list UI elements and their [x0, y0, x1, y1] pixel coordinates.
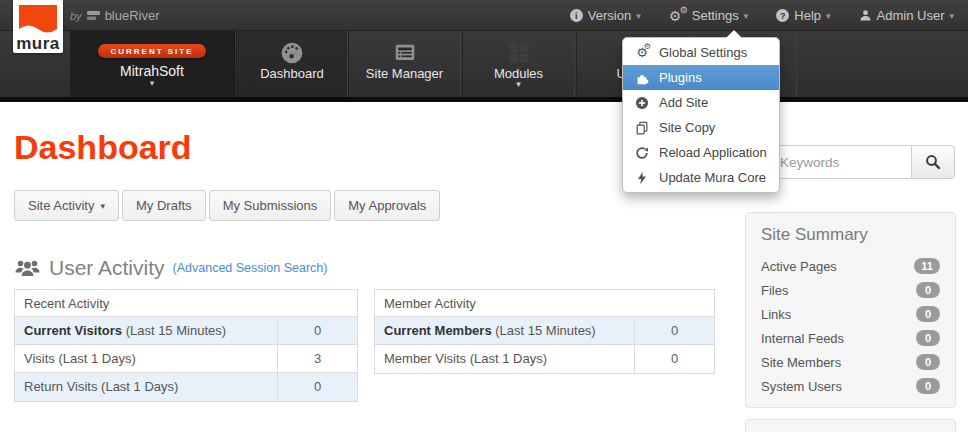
- summary-label: Site Members: [761, 355, 841, 370]
- summary-label: Internal Feeds: [761, 331, 844, 346]
- tab-my-submissions[interactable]: My Submissions: [209, 190, 332, 221]
- chevron-down-icon: ▾: [516, 81, 521, 88]
- nav-tab-dashboard[interactable]: Dashboard: [236, 31, 348, 97]
- mura-logo-mark: [19, 5, 57, 36]
- settings-dropdown-menu: ⚙⚙ Global Settings Plugins Add Site Site…: [622, 37, 780, 193]
- menu-item-reload-application[interactable]: Reload Application: [623, 140, 779, 165]
- chevron-down-icon: ▾: [826, 11, 831, 21]
- row-label: Current Members (Last 15 Minutes): [375, 317, 634, 344]
- byline-brand: blueRiver: [105, 8, 160, 23]
- users-group-icon: [14, 257, 41, 279]
- nav-tab-label: Site Manager: [366, 66, 443, 81]
- summary-label: Files: [761, 283, 788, 298]
- info-icon: i: [570, 9, 583, 22]
- help-menu-label: Help: [794, 8, 821, 23]
- settings-menu[interactable]: ⚙⚙ Settings ▾: [669, 8, 749, 23]
- chevron-down-icon: ▾: [100, 201, 105, 211]
- dashboard-gauge-icon: [280, 40, 304, 66]
- table-row: Current Members (Last 15 Minutes) 0: [375, 317, 714, 345]
- menu-item-update-mura-core[interactable]: Update Mura Core: [623, 165, 779, 190]
- site-summary-panel: Site Summary Active Pages 11 Files 0 Lin…: [745, 212, 956, 408]
- plus-circle-icon: [634, 96, 650, 110]
- nav-tab-site-manager[interactable]: Site Manager: [348, 31, 461, 97]
- question-icon: ?: [776, 9, 789, 22]
- nav-tab-label: Dashboard: [260, 66, 324, 81]
- search-button[interactable]: [911, 145, 955, 179]
- admin-user-menu-label: Admin User: [877, 8, 945, 23]
- user-icon: [859, 9, 872, 22]
- summary-item-site-members[interactable]: Site Members 0: [761, 350, 940, 374]
- chevron-down-icon: ▾: [636, 11, 641, 21]
- count-badge: 0: [916, 378, 940, 394]
- menu-item-label: Plugins: [659, 70, 702, 85]
- tab-site-activity[interactable]: Site Activity ▾: [14, 190, 119, 221]
- tab-my-approvals[interactable]: My Approvals: [334, 190, 440, 221]
- summary-item-system-users[interactable]: System Users 0: [761, 374, 940, 398]
- refresh-icon: [634, 146, 650, 160]
- menu-item-label: Add Site: [659, 95, 708, 110]
- version-menu-label: Version: [588, 8, 631, 23]
- menu-item-label: Global Settings: [659, 45, 747, 60]
- help-menu[interactable]: ? Help ▾: [776, 8, 830, 23]
- dropdown-arrow: [726, 30, 742, 38]
- count-badge: 0: [916, 354, 940, 370]
- page-title: Dashboard: [14, 128, 192, 167]
- mura-logo[interactable]: mura: [13, 0, 63, 53]
- summary-label: Active Pages: [761, 259, 837, 274]
- bolt-icon: [634, 171, 650, 185]
- menu-item-plugins[interactable]: Plugins: [623, 65, 779, 90]
- summary-item-active-pages[interactable]: Active Pages 11: [761, 254, 940, 278]
- menu-item-label: Update Mura Core: [659, 170, 766, 185]
- summary-item-links[interactable]: Links 0: [761, 302, 940, 326]
- menu-item-add-site[interactable]: Add Site: [623, 90, 779, 115]
- tab-label: Site Activity: [28, 198, 94, 213]
- main-nav: CURRENT SITE MitrahSoft ▾ Dashboard Site…: [0, 31, 968, 97]
- row-label: Current Visitors (Last 15 Minutes): [15, 317, 277, 344]
- mura-admin-screen: by blueRiver i Version ▾ ⚙⚙ Settings ▾ ?…: [0, 0, 968, 432]
- nav-tab-modules[interactable]: Modules ▾: [462, 31, 575, 97]
- nav-separator: [796, 31, 797, 97]
- current-site-name: MitrahSoft: [70, 63, 234, 79]
- search-icon: [925, 154, 941, 170]
- section-title: User Activity: [49, 256, 165, 280]
- nav-bottom-strip: [0, 97, 968, 102]
- dashboard-filter-tabs: Site Activity ▾ My Drafts My Submissions…: [14, 190, 440, 221]
- site-summary-title: Site Summary: [761, 225, 940, 245]
- admin-user-menu[interactable]: Admin User ▾: [859, 8, 954, 23]
- puzzle-icon: [634, 71, 650, 85]
- count-badge: 0: [916, 306, 940, 322]
- site-manager-icon: [393, 40, 417, 66]
- advanced-session-search-link[interactable]: (Advanced Session Search): [173, 261, 328, 275]
- count-badge: 0: [916, 282, 940, 298]
- byline-prefix: by: [70, 10, 82, 22]
- user-activity-section-header: User Activity (Advanced Session Search): [14, 256, 327, 280]
- mura-logo-word: mura: [13, 36, 63, 51]
- top-menus: i Version ▾ ⚙⚙ Settings ▾ ? Help ▾ Admin…: [570, 0, 954, 31]
- current-site-selector[interactable]: CURRENT SITE MitrahSoft ▾: [70, 31, 235, 97]
- table-row: Return Visits (Last 1 Days) 0: [15, 373, 357, 401]
- tab-my-drafts[interactable]: My Drafts: [122, 190, 206, 221]
- blueriver-logo-icon: [87, 10, 100, 21]
- row-label: Visits (Last 1 Days): [15, 345, 277, 372]
- table-header: Recent Activity: [15, 290, 357, 317]
- search-input[interactable]: [769, 145, 911, 179]
- tab-label: My Submissions: [223, 198, 318, 213]
- version-menu[interactable]: i Version ▾: [570, 8, 641, 23]
- row-value: 0: [634, 317, 714, 344]
- row-value: 0: [634, 345, 714, 373]
- recent-activity-table: Recent Activity Current Visitors (Last 1…: [14, 289, 358, 402]
- summary-item-internal-feeds[interactable]: Internal Feeds 0: [761, 326, 940, 350]
- menu-item-label: Site Copy: [659, 120, 715, 135]
- summary-item-files[interactable]: Files 0: [761, 278, 940, 302]
- byline: by blueRiver: [70, 0, 160, 31]
- top-bar: by blueRiver i Version ▾ ⚙⚙ Settings ▾ ?…: [0, 0, 968, 31]
- row-label: Member Visits (Last 1 Days): [375, 345, 634, 373]
- table-row: Member Visits (Last 1 Days) 0: [375, 345, 714, 373]
- current-site-badge: CURRENT SITE: [98, 44, 205, 58]
- count-badge: 0: [916, 330, 940, 346]
- gears-icon: ⚙⚙: [634, 46, 650, 59]
- menu-item-global-settings[interactable]: ⚙⚙ Global Settings: [623, 40, 779, 65]
- summary-label: Links: [761, 307, 791, 322]
- gears-icon: ⚙⚙: [669, 9, 687, 23]
- menu-item-site-copy[interactable]: Site Copy: [623, 115, 779, 140]
